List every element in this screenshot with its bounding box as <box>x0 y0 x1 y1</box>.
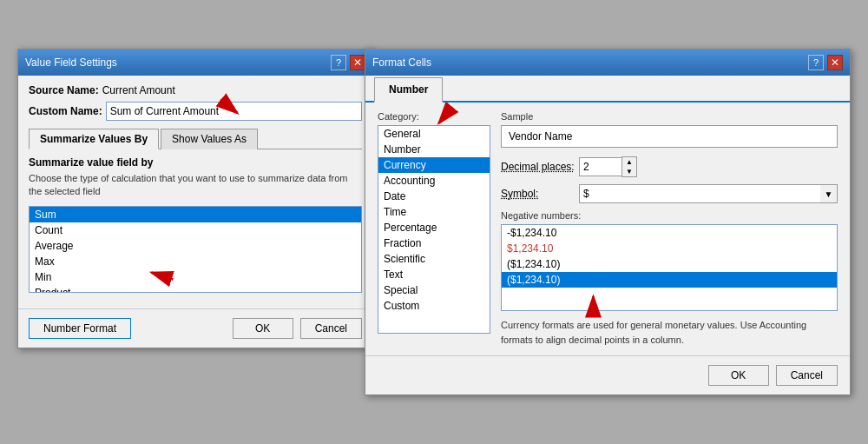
negative-item-0[interactable]: -$1,234.10 <box>502 225 837 241</box>
number-format-label: Number Format <box>43 322 116 335</box>
fc-cancel-label: Cancel <box>791 369 823 381</box>
summarize-list[interactable]: Sum Count Average Max Min Product <box>29 206 362 293</box>
list-item-count[interactable]: Count <box>30 222 361 238</box>
vfs-cancel-button[interactable]: Cancel <box>300 318 362 339</box>
symbol-dropdown-button[interactable]: ▼ <box>820 184 838 203</box>
fc-ok-button[interactable]: OK <box>708 365 769 386</box>
category-percentage[interactable]: Percentage <box>378 220 490 235</box>
list-item-average[interactable]: Average <box>30 238 361 254</box>
source-label: Source Name: <box>29 84 99 96</box>
decimal-down-button[interactable]: ▼ <box>622 167 636 176</box>
fc-body: Number Category: General Number Currency… <box>365 76 850 394</box>
tab-summarize-values-by[interactable]: Summarize Values By <box>29 129 159 149</box>
category-currency[interactable]: Currency <box>378 157 490 173</box>
number-format-button[interactable]: Number Format <box>29 318 131 339</box>
vfs-ok-button[interactable]: OK <box>233 318 293 339</box>
list-item-max[interactable]: Max <box>30 254 361 269</box>
custom-name-input[interactable] <box>106 102 362 121</box>
negative-item-2[interactable]: ($1,234.10) <box>502 256 837 272</box>
category-text[interactable]: Text <box>378 267 490 282</box>
list-item-min[interactable]: Min <box>30 269 361 285</box>
vfs-cancel-label: Cancel <box>315 322 347 335</box>
fc-right-panel: Sample Vendor Name Decimal places: ▲ ▼ <box>501 111 838 347</box>
negative-item-1[interactable]: $1,234.10 <box>502 241 837 256</box>
tab-summarize-label: Summarize Values By <box>40 133 148 145</box>
category-scientific[interactable]: Scientific <box>378 251 490 267</box>
fc-tab-number[interactable]: Number <box>374 77 443 103</box>
category-date[interactable]: Date <box>378 189 490 204</box>
category-special[interactable]: Special <box>378 282 490 298</box>
category-time[interactable]: Time <box>378 204 490 220</box>
negative-section: Negative numbers: -$1,234.10 $1,234.10 (… <box>501 210 838 311</box>
category-accounting[interactable]: Accounting <box>378 173 490 189</box>
vfs-footer: Number Format OK Cancel <box>18 308 372 348</box>
custom-name-label: Custom Name: <box>29 105 102 117</box>
fc-description: Currency formats are used for general mo… <box>501 318 838 347</box>
source-value: Current Amount <box>102 84 175 96</box>
vfs-tabs: Summarize Values By Show Values As <box>29 128 362 149</box>
symbol-input[interactable] <box>579 184 820 203</box>
summarize-title: Summarize value field by <box>29 156 362 169</box>
list-item-sum[interactable]: Sum <box>30 207 361 222</box>
fc-left-panel: Category: General Number Currency Accoun… <box>378 111 490 347</box>
fc-help-button[interactable]: ? <box>808 55 824 70</box>
fc-close-button[interactable]: ✕ <box>827 55 843 70</box>
decimal-up-button[interactable]: ▲ <box>622 157 636 167</box>
vfs-titlebar: Value Field Settings ? ✕ <box>18 50 372 76</box>
vfs-help-button[interactable]: ? <box>331 55 346 70</box>
fc-close-icon: ✕ <box>831 56 839 69</box>
vfs-close-button[interactable]: ✕ <box>350 55 365 70</box>
negative-item-3[interactable]: ($1,234.10) <box>502 272 837 288</box>
source-name-row: Source Name: Current Amount <box>29 84 362 96</box>
fc-content: Category: General Number Currency Accoun… <box>365 103 850 355</box>
list-item-product[interactable]: Product <box>30 285 361 293</box>
negative-list[interactable]: -$1,234.10 $1,234.10 ($1,234.10) ($1,234… <box>501 224 838 311</box>
symbol-row: Symbol: ▼ <box>501 184 838 203</box>
fc-tabs: Number <box>365 76 850 103</box>
fc-ok-label: OK <box>731 369 746 381</box>
fc-titlebar: Format Cells ? ✕ <box>365 50 850 76</box>
negative-label: Negative numbers: <box>501 210 838 221</box>
fc-cancel-button[interactable]: Cancel <box>776 365 838 386</box>
sample-section: Sample Vendor Name <box>501 111 838 148</box>
fc-title: Format Cells <box>372 56 431 69</box>
sample-label: Sample <box>501 111 838 122</box>
category-list[interactable]: General Number Currency Accounting Date … <box>378 125 490 334</box>
decimal-label: Decimal places: <box>501 161 579 173</box>
sample-box: Vendor Name <box>501 125 838 148</box>
category-label: Category: <box>378 111 490 122</box>
category-custom[interactable]: Custom <box>378 298 490 314</box>
decimal-row: Decimal places: ▲ ▼ <box>501 156 838 177</box>
summarize-desc: Choose the type of calculation that you … <box>29 172 362 199</box>
symbol-select-wrapper: ▼ <box>579 184 838 203</box>
fc-tab-number-label: Number <box>389 83 428 96</box>
sample-value: Vendor Name <box>509 130 572 142</box>
fc-footer: OK Cancel <box>365 355 850 394</box>
tab-show-label: Show Values As <box>172 133 247 145</box>
vfs-ok-label: OK <box>255 322 270 335</box>
vfs-title: Value Field Settings <box>25 56 117 69</box>
vfs-help-icon: ? <box>336 57 341 68</box>
tab-show-values-as[interactable]: Show Values As <box>161 129 258 149</box>
fc-help-icon: ? <box>813 57 819 68</box>
decimal-input[interactable] <box>579 157 622 176</box>
category-general[interactable]: General <box>378 126 490 142</box>
vfs-close-icon: ✕ <box>353 56 362 69</box>
decimal-spinner: ▲ ▼ <box>621 156 637 177</box>
vfs-dialog: Value Field Settings ? ✕ Source Name: Cu… <box>17 49 373 348</box>
custom-name-row: Custom Name: <box>29 102 362 121</box>
fc-dialog: Format Cells ? ✕ Number Category: <box>365 49 851 395</box>
symbol-label: Symbol: <box>501 188 579 200</box>
category-number[interactable]: Number <box>378 142 490 157</box>
category-fraction[interactable]: Fraction <box>378 235 490 251</box>
